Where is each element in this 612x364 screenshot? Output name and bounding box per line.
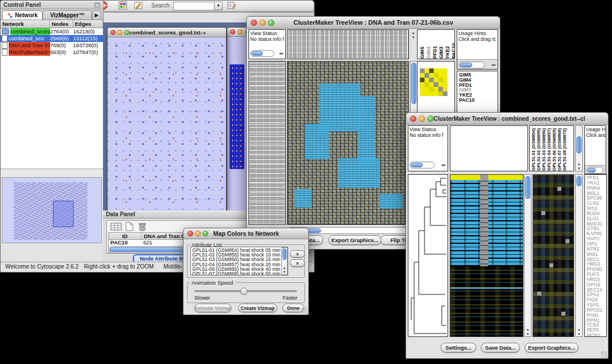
matrix-cell bbox=[438, 82, 443, 87]
view-status-scrollbar[interactable] bbox=[250, 50, 274, 57]
delete-attribute-icon[interactable] bbox=[138, 222, 147, 231]
treeview2-collabel-scrollbar[interactable]: ▴ ▾ bbox=[575, 125, 583, 171]
search-field[interactable] bbox=[173, 2, 215, 10]
scrollbar-thumb[interactable] bbox=[282, 248, 286, 260]
speed-slider-thumb[interactable] bbox=[240, 288, 247, 295]
move-down-button[interactable]: ∨ bbox=[290, 259, 305, 267]
scroll-up-arrow[interactable]: ▴ bbox=[525, 327, 531, 331]
minimize-button[interactable] bbox=[117, 30, 123, 35]
move-up-button[interactable]: ∧ bbox=[290, 250, 305, 258]
resize-grip[interactable] bbox=[601, 351, 607, 358]
scrollbar-thumb[interactable] bbox=[576, 176, 582, 186]
network-table-row[interactable]: DNA and Tran 07 769(0) 183728(0) bbox=[1, 42, 103, 49]
status-hint-middle: Middle- bbox=[163, 263, 182, 270]
close-button[interactable] bbox=[110, 30, 116, 35]
scrollbar-thumb[interactable] bbox=[576, 136, 582, 154]
treeview1-row-dendrogram[interactable] bbox=[248, 61, 286, 225]
scrollbar-thumb[interactable] bbox=[460, 63, 472, 67]
treeview2-titlebar[interactable]: ClusterMaker TreeView : combined_scores_… bbox=[406, 113, 608, 125]
attribute-listbox[interactable]: GPL51-01 (GSM854) heat shock 05 minGPL51… bbox=[190, 247, 288, 275]
attribute-table-icon[interactable] bbox=[110, 222, 122, 231]
resize-grip[interactable] bbox=[301, 308, 308, 314]
treeview1-column-dendrogram[interactable] bbox=[287, 29, 409, 59]
usage-hints-scrollbar[interactable] bbox=[458, 62, 485, 68]
scroll-down-arrow[interactable]: ▾ bbox=[525, 332, 531, 336]
search-dropdown[interactable]: ▼ bbox=[214, 2, 223, 10]
tab-more[interactable]: ▶ bbox=[92, 10, 101, 20]
view-status-scrollbar[interactable] bbox=[410, 162, 435, 168]
attribute-list-item[interactable]: GPL51-07 (GSM868) heat shock 60 min bbox=[192, 271, 286, 275]
float-panel-icon[interactable] bbox=[94, 2, 100, 7]
treeview1-top-scroll-stub[interactable]: ▴▾ bbox=[410, 30, 417, 40]
export-graphics-button[interactable]: Export Graphics... bbox=[328, 235, 381, 245]
treeview2-row-dendrogram[interactable] bbox=[408, 174, 448, 337]
treeview2-zoom-scrollbar[interactable]: ▴ ▾ bbox=[575, 174, 583, 337]
network-tab-icon bbox=[7, 13, 13, 18]
matrix-cell bbox=[429, 78, 434, 82]
close-button[interactable] bbox=[410, 116, 416, 122]
minimize-button[interactable] bbox=[419, 116, 425, 122]
status-welcome: Welcome to Cytoscape 2.6.2 bbox=[5, 263, 79, 270]
treeview1-titlebar[interactable]: ClusterMaker TreeView : DNA and Tran 07-… bbox=[247, 17, 500, 29]
zoom-button[interactable] bbox=[427, 116, 434, 122]
scroll-down-arrow[interactable]: ▾ bbox=[576, 332, 582, 336]
network-table-row[interactable]: RNAPuberNov2+ 563(0) 107847(0) bbox=[1, 49, 103, 56]
network-window-1[interactable]: combined_scores_good.txt--cluste... bbox=[107, 27, 227, 211]
network-canvas[interactable] bbox=[108, 37, 224, 209]
settings-button[interactable]: Settings... bbox=[441, 343, 476, 352]
vizmapper-icon[interactable] bbox=[118, 1, 127, 10]
scroll-left-right-arrows[interactable]: ◂▸ bbox=[491, 62, 496, 68]
network-item-icon bbox=[2, 29, 9, 35]
table-edit-icon[interactable] bbox=[227, 1, 236, 10]
scroll-up-arrow[interactable]: ▴ bbox=[576, 327, 582, 331]
scrollbar-thumb[interactable] bbox=[587, 168, 596, 173]
zoom-button[interactable] bbox=[268, 20, 274, 26]
zoom-button[interactable] bbox=[202, 231, 208, 236]
close-button[interactable] bbox=[188, 231, 193, 236]
network-nodes-count: 563(0) bbox=[50, 49, 73, 56]
similarity-matrix[interactable] bbox=[420, 68, 447, 96]
scrollbar-thumb[interactable] bbox=[411, 163, 423, 167]
treeview2-column-dendrogram[interactable] bbox=[450, 125, 528, 171]
save-data-button[interactable]: Save Data... bbox=[481, 343, 520, 352]
create-vizmap-button[interactable]: Create Vizmap bbox=[238, 304, 277, 312]
minimize-button[interactable] bbox=[259, 20, 266, 26]
scroll-up-arrow[interactable]: ▴ bbox=[282, 266, 287, 270]
scrollbar-thumb[interactable] bbox=[525, 176, 530, 199]
treeview1-heatmap[interactable] bbox=[287, 61, 409, 225]
minimize-button[interactable] bbox=[195, 231, 201, 236]
scroll-down-arrow[interactable]: ▾ bbox=[282, 270, 287, 274]
scroll-left-right-arrows[interactable]: ◂▸ bbox=[279, 51, 284, 56]
export-graphics-button[interactable]: Export Graphics... bbox=[525, 343, 579, 352]
treeview2-zoom-heatmap[interactable] bbox=[533, 174, 574, 337]
birdseye-view[interactable] bbox=[2, 177, 102, 243]
scroll-up-arrow[interactable]: ▴ bbox=[576, 162, 582, 166]
animate-vizmap-button[interactable]: Animate Vizmap bbox=[194, 304, 231, 312]
scrollbar-thumb[interactable] bbox=[251, 51, 263, 56]
scroll-down-arrow[interactable]: ▾ bbox=[576, 166, 582, 170]
network-nodes-count: 2764(0) bbox=[50, 28, 73, 35]
close-button[interactable] bbox=[251, 20, 257, 26]
minimize-button[interactable] bbox=[238, 29, 243, 35]
birdseye-selection[interactable] bbox=[53, 201, 74, 227]
annotation-icon[interactable] bbox=[134, 1, 143, 10]
search-input[interactable] bbox=[174, 2, 214, 10]
dialog-titlebar[interactable]: Map Colors to Network bbox=[183, 228, 308, 239]
network-table-row[interactable]: combined_scores 2764(0) 16218(0) bbox=[1, 28, 103, 35]
matrix-cell bbox=[443, 68, 447, 73]
close-button[interactable] bbox=[230, 29, 235, 35]
treeview2-heatmap[interactable] bbox=[450, 174, 523, 337]
new-attribute-icon[interactable] bbox=[125, 222, 133, 231]
matrix-cell bbox=[420, 87, 424, 91]
tab-vizmapper[interactable]: VizMapper™ bbox=[43, 10, 91, 20]
tab-network[interactable]: Network bbox=[2, 10, 43, 20]
usage-hints-scrollbar[interactable] bbox=[586, 167, 603, 174]
scrollbar-thumb[interactable] bbox=[411, 63, 416, 104]
scroll-left-right-arrows[interactable]: ◂▸ bbox=[441, 162, 446, 168]
matrix-cell bbox=[443, 73, 447, 78]
network-window-titlebar[interactable]: combined_scores_good.txt--cluste... bbox=[108, 28, 226, 37]
attribute-list-scrollbar[interactable]: ▴ ▾ bbox=[281, 247, 288, 275]
network-table-row[interactable]: combined_sco 2569(6) 13112(15) bbox=[1, 35, 103, 42]
zoom-button[interactable] bbox=[124, 30, 129, 35]
treeview2-heatmap-scrollbar[interactable]: ▴ ▾ bbox=[524, 174, 531, 337]
